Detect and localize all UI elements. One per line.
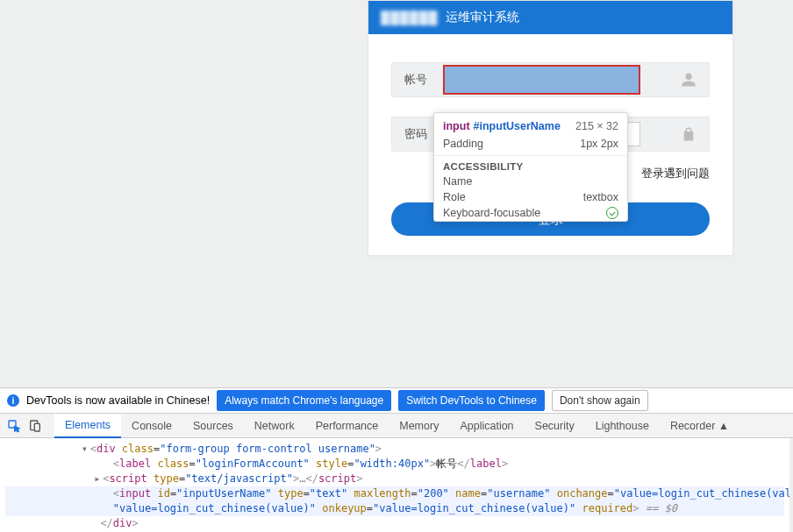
devtools-tab-console[interactable]: Console — [121, 414, 182, 438]
info-btn-always-match[interactable]: Always match Chrome's language — [217, 390, 391, 411]
inspector-kf-label: Keyboard-focusable — [443, 207, 606, 219]
lock-icon — [681, 126, 697, 142]
device-toolbar-toggle[interactable] — [25, 415, 46, 436]
devtools-tab-lighthouse[interactable]: Lighthouse — [585, 414, 660, 438]
devtools-tab-sources[interactable]: Sources — [182, 414, 244, 438]
inspector-selector-id: #inputUserName — [474, 120, 561, 132]
info-btn-switch[interactable]: Switch DevTools to Chinese — [398, 390, 545, 411]
username-field-wrap — [439, 63, 668, 96]
inspector-accessibility-heading: ACCESSIBILITY — [434, 155, 627, 174]
dom-line-2[interactable]: <label class="loginFormAccount" style="w… — [5, 457, 784, 472]
password-label: 密码 — [392, 117, 439, 151]
inspector-padding-row: Padding 1px 2px — [434, 136, 627, 152]
login-title-bar: ██████ 运维审计系统 — [368, 1, 732, 34]
devtools-tab-performance[interactable]: Performance — [305, 414, 389, 438]
dom-line-4b-selected[interactable]: "value=login_cut_chinese(value)" onkeyup… — [5, 501, 784, 516]
inspector-dimensions: 215 × 32 — [575, 120, 618, 132]
username-label: 帐号 — [392, 63, 439, 96]
dom-line-4-selected[interactable]: <input id="inputUserName" type="text" ma… — [5, 486, 784, 501]
login-trouble-link[interactable]: 登录遇到问题 — [641, 167, 710, 180]
inspector-role-row: Role textbox — [434, 189, 627, 205]
inspect-element-toggle[interactable] — [4, 415, 25, 436]
password-addon — [668, 117, 709, 151]
devtools-tab-application[interactable]: Application — [449, 414, 524, 438]
devtools-tab-recorder-[interactable]: Recorder ▲ — [660, 414, 739, 438]
devtools-tab-elements[interactable]: Elements — [54, 414, 121, 438]
page-background: ██████ 运维审计系统 帐号 密码 — [0, 0, 793, 387]
user-icon — [681, 72, 697, 88]
info-icon: i — [7, 394, 19, 407]
inspector-role-label: Role — [443, 191, 583, 203]
dom-line-3[interactable]: ▸<script type="text/javascript">…</scrip… — [5, 472, 784, 486]
title-prefix-blurred: ██████ — [381, 11, 439, 25]
username-input[interactable] — [443, 65, 640, 95]
inspector-selector-tag: input — [443, 120, 470, 132]
inspector-role-value: textbox — [583, 191, 618, 203]
check-icon — [606, 207, 618, 219]
info-bar-message: DevTools is now available in Chinese! — [26, 394, 210, 407]
username-addon — [668, 63, 709, 96]
login-title: 运维审计系统 — [446, 10, 519, 25]
inspector-name-label: Name — [443, 175, 618, 188]
dom-line-1[interactable]: ▾<div class="form-group form-control use… — [5, 442, 784, 457]
inspector-padding-label: Padding — [443, 138, 580, 150]
dom-line-5[interactable]: </div> — [5, 516, 784, 531]
inspector-tooltip-header: input#inputUserName 215 × 32 — [434, 113, 627, 136]
svg-rect-2 — [34, 423, 39, 431]
devtools-info-bar: i DevTools is now available in Chinese! … — [0, 387, 793, 414]
devtools-tab-network[interactable]: Network — [244, 414, 305, 438]
inspector-tooltip: input#inputUserName 215 × 32 Padding 1px… — [433, 112, 628, 222]
devtools-tab-memory[interactable]: Memory — [389, 414, 449, 438]
devtools-tabstrip: ElementsConsoleSourcesNetworkPerformance… — [0, 414, 793, 438]
inspector-kf-row: Keyboard-focusable — [434, 205, 627, 221]
inspector-padding-value: 1px 2px — [580, 138, 618, 150]
username-row: 帐号 — [391, 62, 710, 97]
info-btn-dismiss[interactable]: Don't show again — [552, 390, 648, 411]
devtools-tab-security[interactable]: Security — [525, 414, 585, 438]
devtools-elements-panel[interactable]: ▾<div class="form-group form-control use… — [0, 438, 793, 532]
inspector-name-row: Name — [434, 174, 627, 189]
